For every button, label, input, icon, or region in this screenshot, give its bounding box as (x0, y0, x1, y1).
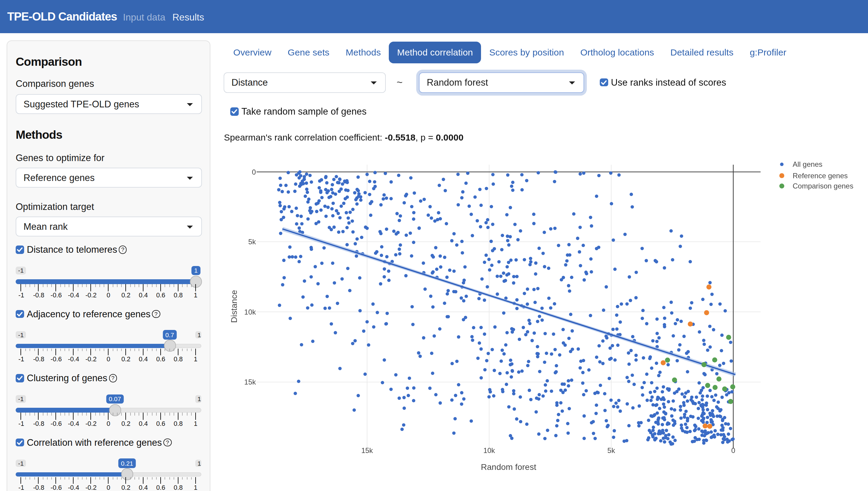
svg-text:0: 0 (252, 168, 256, 176)
svg-text:15k: 15k (244, 378, 256, 386)
svg-text:Random forest: Random forest (481, 462, 536, 472)
svg-text:Distance: Distance (229, 290, 239, 323)
svg-text:Reference genes: Reference genes (793, 172, 848, 180)
svg-text:All genes: All genes (793, 160, 823, 168)
svg-text:10k: 10k (484, 446, 495, 455)
svg-text:0: 0 (731, 446, 735, 455)
svg-text:5k: 5k (607, 446, 615, 455)
svg-text:15k: 15k (361, 446, 373, 455)
svg-text:10k: 10k (244, 308, 256, 316)
svg-text:Comparison genes: Comparison genes (793, 182, 853, 190)
svg-text:5k: 5k (248, 238, 256, 246)
